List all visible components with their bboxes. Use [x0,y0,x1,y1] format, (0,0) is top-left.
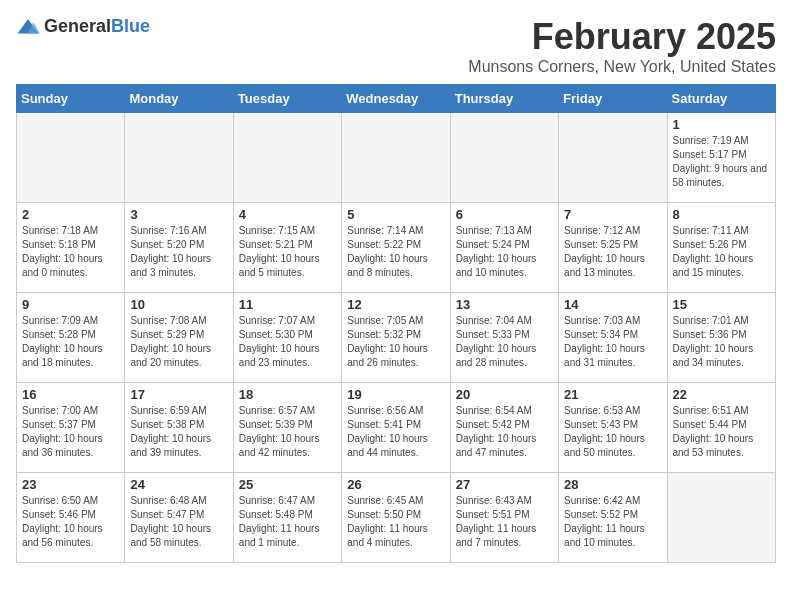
calendar-cell: 15Sunrise: 7:01 AM Sunset: 5:36 PM Dayli… [667,293,775,383]
calendar-week-5: 23Sunrise: 6:50 AM Sunset: 5:46 PM Dayli… [17,473,776,563]
calendar-cell [17,113,125,203]
day-number: 28 [564,477,661,492]
weekday-header-tuesday: Tuesday [233,85,341,113]
weekday-header-sunday: Sunday [17,85,125,113]
day-number: 21 [564,387,661,402]
day-info: Sunrise: 7:14 AM Sunset: 5:22 PM Dayligh… [347,224,444,280]
day-info: Sunrise: 6:47 AM Sunset: 5:48 PM Dayligh… [239,494,336,550]
logo-general: General [44,16,111,36]
logo-text: GeneralBlue [44,16,150,37]
header: GeneralBlue February 2025 Munsons Corner… [16,16,776,76]
day-info: Sunrise: 7:18 AM Sunset: 5:18 PM Dayligh… [22,224,119,280]
calendar-cell: 20Sunrise: 6:54 AM Sunset: 5:42 PM Dayli… [450,383,558,473]
calendar-cell [342,113,450,203]
calendar-table: SundayMondayTuesdayWednesdayThursdayFrid… [16,84,776,563]
day-number: 15 [673,297,770,312]
day-info: Sunrise: 6:48 AM Sunset: 5:47 PM Dayligh… [130,494,227,550]
day-info: Sunrise: 6:53 AM Sunset: 5:43 PM Dayligh… [564,404,661,460]
location-title: Munsons Corners, New York, United States [468,58,776,76]
day-info: Sunrise: 7:16 AM Sunset: 5:20 PM Dayligh… [130,224,227,280]
day-info: Sunrise: 6:42 AM Sunset: 5:52 PM Dayligh… [564,494,661,550]
day-number: 14 [564,297,661,312]
calendar-cell: 14Sunrise: 7:03 AM Sunset: 5:34 PM Dayli… [559,293,667,383]
day-info: Sunrise: 6:57 AM Sunset: 5:39 PM Dayligh… [239,404,336,460]
calendar-cell [559,113,667,203]
day-number: 3 [130,207,227,222]
weekday-header-saturday: Saturday [667,85,775,113]
calendar-cell: 23Sunrise: 6:50 AM Sunset: 5:46 PM Dayli… [17,473,125,563]
weekday-header-thursday: Thursday [450,85,558,113]
day-number: 18 [239,387,336,402]
weekday-header-wednesday: Wednesday [342,85,450,113]
weekday-header-row: SundayMondayTuesdayWednesdayThursdayFrid… [17,85,776,113]
calendar-cell [667,473,775,563]
calendar-cell: 9Sunrise: 7:09 AM Sunset: 5:28 PM Daylig… [17,293,125,383]
logo: GeneralBlue [16,16,150,37]
day-info: Sunrise: 7:04 AM Sunset: 5:33 PM Dayligh… [456,314,553,370]
day-number: 6 [456,207,553,222]
calendar-week-1: 1Sunrise: 7:19 AM Sunset: 5:17 PM Daylig… [17,113,776,203]
calendar-cell: 8Sunrise: 7:11 AM Sunset: 5:26 PM Daylig… [667,203,775,293]
weekday-header-friday: Friday [559,85,667,113]
day-info: Sunrise: 7:05 AM Sunset: 5:32 PM Dayligh… [347,314,444,370]
day-number: 5 [347,207,444,222]
calendar-cell: 18Sunrise: 6:57 AM Sunset: 5:39 PM Dayli… [233,383,341,473]
day-info: Sunrise: 6:51 AM Sunset: 5:44 PM Dayligh… [673,404,770,460]
day-info: Sunrise: 7:15 AM Sunset: 5:21 PM Dayligh… [239,224,336,280]
day-info: Sunrise: 7:11 AM Sunset: 5:26 PM Dayligh… [673,224,770,280]
day-info: Sunrise: 7:01 AM Sunset: 5:36 PM Dayligh… [673,314,770,370]
day-number: 25 [239,477,336,492]
day-info: Sunrise: 7:19 AM Sunset: 5:17 PM Dayligh… [673,134,770,190]
calendar-cell: 16Sunrise: 7:00 AM Sunset: 5:37 PM Dayli… [17,383,125,473]
day-number: 17 [130,387,227,402]
day-number: 23 [22,477,119,492]
day-info: Sunrise: 6:59 AM Sunset: 5:38 PM Dayligh… [130,404,227,460]
day-number: 8 [673,207,770,222]
calendar-week-4: 16Sunrise: 7:00 AM Sunset: 5:37 PM Dayli… [17,383,776,473]
calendar-cell: 11Sunrise: 7:07 AM Sunset: 5:30 PM Dayli… [233,293,341,383]
title-area: February 2025 Munsons Corners, New York,… [468,16,776,76]
weekday-header-monday: Monday [125,85,233,113]
calendar-cell: 5Sunrise: 7:14 AM Sunset: 5:22 PM Daylig… [342,203,450,293]
calendar-cell: 19Sunrise: 6:56 AM Sunset: 5:41 PM Dayli… [342,383,450,473]
day-number: 16 [22,387,119,402]
calendar-cell: 2Sunrise: 7:18 AM Sunset: 5:18 PM Daylig… [17,203,125,293]
day-info: Sunrise: 6:43 AM Sunset: 5:51 PM Dayligh… [456,494,553,550]
day-number: 4 [239,207,336,222]
calendar-cell: 4Sunrise: 7:15 AM Sunset: 5:21 PM Daylig… [233,203,341,293]
day-number: 24 [130,477,227,492]
calendar-cell: 26Sunrise: 6:45 AM Sunset: 5:50 PM Dayli… [342,473,450,563]
day-info: Sunrise: 6:45 AM Sunset: 5:50 PM Dayligh… [347,494,444,550]
month-title: February 2025 [468,16,776,58]
calendar-cell [233,113,341,203]
calendar-week-2: 2Sunrise: 7:18 AM Sunset: 5:18 PM Daylig… [17,203,776,293]
day-number: 2 [22,207,119,222]
calendar-cell: 27Sunrise: 6:43 AM Sunset: 5:51 PM Dayli… [450,473,558,563]
calendar-cell [450,113,558,203]
calendar-cell: 12Sunrise: 7:05 AM Sunset: 5:32 PM Dayli… [342,293,450,383]
calendar-cell: 24Sunrise: 6:48 AM Sunset: 5:47 PM Dayli… [125,473,233,563]
day-info: Sunrise: 6:56 AM Sunset: 5:41 PM Dayligh… [347,404,444,460]
calendar-week-3: 9Sunrise: 7:09 AM Sunset: 5:28 PM Daylig… [17,293,776,383]
day-info: Sunrise: 7:00 AM Sunset: 5:37 PM Dayligh… [22,404,119,460]
calendar-cell: 17Sunrise: 6:59 AM Sunset: 5:38 PM Dayli… [125,383,233,473]
day-number: 7 [564,207,661,222]
day-info: Sunrise: 7:08 AM Sunset: 5:29 PM Dayligh… [130,314,227,370]
calendar-cell: 1Sunrise: 7:19 AM Sunset: 5:17 PM Daylig… [667,113,775,203]
day-info: Sunrise: 7:03 AM Sunset: 5:34 PM Dayligh… [564,314,661,370]
day-number: 27 [456,477,553,492]
logo-blue: Blue [111,16,150,36]
day-number: 13 [456,297,553,312]
day-info: Sunrise: 7:13 AM Sunset: 5:24 PM Dayligh… [456,224,553,280]
day-number: 22 [673,387,770,402]
calendar-cell [125,113,233,203]
calendar-cell: 28Sunrise: 6:42 AM Sunset: 5:52 PM Dayli… [559,473,667,563]
calendar-cell: 22Sunrise: 6:51 AM Sunset: 5:44 PM Dayli… [667,383,775,473]
day-number: 9 [22,297,119,312]
day-info: Sunrise: 7:09 AM Sunset: 5:28 PM Dayligh… [22,314,119,370]
day-number: 26 [347,477,444,492]
day-info: Sunrise: 6:54 AM Sunset: 5:42 PM Dayligh… [456,404,553,460]
calendar-cell: 6Sunrise: 7:13 AM Sunset: 5:24 PM Daylig… [450,203,558,293]
day-number: 12 [347,297,444,312]
day-number: 10 [130,297,227,312]
